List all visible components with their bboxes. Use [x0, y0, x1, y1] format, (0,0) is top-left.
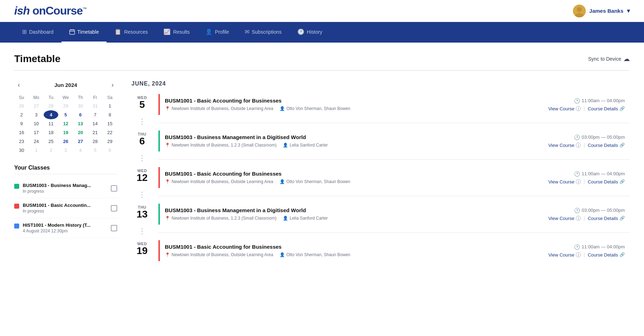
calendar-day[interactable]: 4	[44, 110, 58, 119]
calendar-day[interactable]: 27	[29, 101, 43, 110]
nav-item-resources[interactable]: 📋 Resources	[107, 22, 156, 43]
event-location: 📍 Newtown Institute of Business, Outside…	[165, 106, 273, 111]
day-events: BUSM1001 - Basic Accounting for Business…	[158, 94, 630, 116]
calendar-day[interactable]: 28	[44, 101, 58, 110]
calendar-day[interactable]: 16	[14, 128, 29, 137]
nav-item-results[interactable]: 📈 Results	[156, 22, 197, 43]
calendar-day[interactable]: 29	[103, 137, 117, 146]
location-text: Newtown Institute of Business, Outside L…	[172, 106, 273, 111]
calendar-day[interactable]: 2	[14, 110, 29, 119]
calendar-day[interactable]: 1	[103, 101, 117, 110]
calendar-day[interactable]: 9	[14, 119, 29, 128]
calendar-day[interactable]: 15	[103, 119, 117, 128]
calendar-next-button[interactable]: ›	[109, 81, 116, 89]
month-heading: JUNE, 2024	[131, 81, 630, 87]
calendar-day[interactable]: 21	[88, 128, 102, 137]
calendar-day[interactable]: 30	[73, 101, 88, 110]
calendar-day[interactable]: 28	[88, 137, 102, 146]
view-course-button[interactable]: View Course i	[548, 252, 581, 258]
calendar-day[interactable]: 1	[29, 146, 43, 155]
calendar-day[interactable]: 4	[73, 146, 88, 155]
nav-item-history[interactable]: 🕐 History	[289, 22, 330, 43]
event-location: 📍 Newtown Institute of Business, Outside…	[165, 179, 273, 184]
class-color	[14, 184, 19, 189]
class-item-busm1001[interactable]: BUSM1001 - Basic Accountin... In progres…	[14, 198, 117, 218]
calendar-day[interactable]: 17	[29, 128, 43, 137]
course-details-button[interactable]: Course Details 🔗	[588, 252, 625, 258]
divider: |	[584, 215, 585, 221]
event-meta: 📍 Newtown Institute of Business, Outside…	[165, 179, 350, 184]
info-icon: i	[576, 216, 581, 221]
view-course-label: View Course	[548, 179, 574, 184]
class-checkbox[interactable]	[111, 205, 117, 211]
calendar-day[interactable]: 12	[58, 119, 73, 128]
calendar-day[interactable]: 13	[73, 119, 88, 128]
sync-to-device-button[interactable]: Sync to Device ☁	[588, 55, 630, 63]
class-item-hist1001[interactable]: HIST1001 - Modern History (T... 4 August…	[14, 218, 117, 238]
person-icon: 👤	[280, 179, 285, 184]
view-course-button[interactable]: View Course i	[548, 143, 581, 148]
calendar-day[interactable]: 31	[88, 101, 102, 110]
user-menu[interactable]: James Banks ▾	[573, 5, 630, 17]
event-teacher: 👤 Lelia Sanford Carter	[283, 216, 328, 221]
nav-item-subscriptions[interactable]: ✉ Subscriptions	[237, 22, 289, 43]
cloud-icon: ☁	[623, 55, 630, 63]
nav-item-profile[interactable]: 👤 Profile	[197, 22, 237, 43]
day-number: 5	[131, 100, 153, 110]
page-title: Timetable	[14, 53, 60, 65]
calendar-day[interactable]: 23	[14, 137, 29, 146]
day-separator	[131, 155, 630, 161]
calendar-prev-button[interactable]: ‹	[16, 81, 22, 89]
class-status: 4 August 2024 12:30pm	[23, 228, 91, 233]
nav-item-dashboard[interactable]: ⊞ Dashboard	[14, 22, 61, 43]
calendar-day[interactable]: 30	[14, 146, 29, 155]
calendar-day[interactable]: 5	[88, 146, 102, 155]
class-checkbox[interactable]	[111, 185, 117, 192]
main-navigation: ⊞ Dashboard Timetable 📋 Resources 📈 Resu…	[0, 22, 644, 43]
event-teacher: 👤 Otto Von Sherman, Shaun Bowen	[280, 106, 350, 111]
timetable-icon	[69, 29, 75, 35]
calendar-day[interactable]: 2	[44, 146, 58, 155]
view-course-button[interactable]: View Course i	[548, 216, 581, 221]
location-text: Newtown Institute of Business, 1.2.3 (Sm…	[172, 216, 276, 221]
class-info: HIST1001 - Modern History (T... 4 August…	[14, 222, 91, 233]
calendar-day[interactable]: 10	[29, 119, 43, 128]
calendar-day[interactable]: 14	[88, 119, 102, 128]
event-bottom-row: 📍 Newtown Institute of Business, 1.2.3 (…	[165, 215, 625, 221]
event-time: 🕐 03:00pm — 05:00pm	[574, 208, 625, 213]
course-details-button[interactable]: Course Details 🔗	[588, 179, 625, 184]
calendar-day[interactable]: 18	[44, 128, 58, 137]
calendar-day[interactable]: 7	[88, 110, 102, 119]
calendar-day[interactable]: 29	[58, 101, 73, 110]
calendar-day[interactable]: 8	[103, 110, 117, 119]
course-details-button[interactable]: Course Details 🔗	[588, 216, 625, 221]
view-course-button[interactable]: View Course i	[548, 106, 581, 111]
calendar-day[interactable]: 22	[103, 128, 117, 137]
calendar-day[interactable]: 27	[73, 137, 88, 146]
calendar-day[interactable]: 6	[73, 110, 88, 119]
day-block-12: WED 12 BUSM1001 - Basic Accounting for B…	[131, 167, 630, 198]
course-details-button[interactable]: Course Details 🔗	[588, 143, 625, 148]
calendar-day[interactable]: 26	[58, 137, 73, 146]
calendar-day[interactable]: 11	[44, 119, 58, 128]
calendar-day[interactable]: 26	[14, 101, 29, 110]
clock-icon: 🕐	[574, 171, 580, 177]
calendar-day[interactable]: 5	[58, 110, 73, 119]
calendar-day[interactable]: 20	[73, 128, 88, 137]
calendar-day[interactable]: 3	[29, 110, 43, 119]
course-details-button[interactable]: Course Details 🔗	[588, 106, 625, 111]
calendar-day[interactable]: 24	[29, 137, 43, 146]
view-course-button[interactable]: View Course i	[548, 179, 581, 184]
course-details-label: Course Details	[588, 179, 618, 184]
location-text: Newtown Institute of Business, 1.2.3 (Sm…	[172, 143, 276, 148]
calendar-day[interactable]: 19	[58, 128, 73, 137]
calendar-day[interactable]: 25	[44, 137, 58, 146]
day-separator	[131, 119, 630, 125]
nav-item-timetable[interactable]: Timetable	[61, 22, 107, 43]
class-checkbox[interactable]	[111, 225, 117, 231]
class-item-busm1003[interactable]: BUSM1003 - Business Manag... In progress	[14, 178, 117, 198]
calendar-day[interactable]: 3	[58, 146, 73, 155]
event-actions: View Course i | Course Details 🔗	[548, 215, 625, 221]
classes-list: BUSM1003 - Business Manag... In progress…	[14, 178, 117, 238]
calendar-day[interactable]: 6	[103, 146, 117, 155]
